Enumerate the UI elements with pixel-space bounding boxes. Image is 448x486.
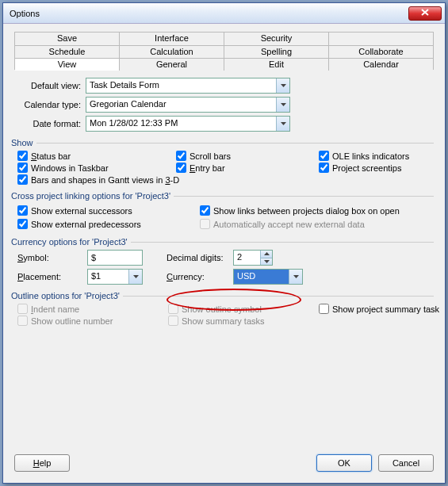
currency-group: Currency options for 'Project3': [14, 237, 434, 247]
calendar-type-combo[interactable]: Gregorian Calendar: [86, 97, 290, 113]
status-bar-check[interactable]: [17, 151, 28, 161]
decimal-value: 2: [234, 251, 260, 265]
cancel-button[interactable]: Cancel: [378, 454, 434, 472]
project-summary-check[interactable]: [319, 304, 329, 314]
outline-number-check: [17, 316, 28, 326]
tab-general[interactable]: General: [120, 59, 224, 71]
outline-group: Outline options for 'Project3': [14, 291, 434, 300]
tab-strip: Save Interface Security Schedule Calcula…: [14, 32, 434, 70]
chevron-down-icon[interactable]: [289, 270, 302, 284]
ext-succ-label: Show external successors: [31, 206, 132, 216]
currency-label: Currency:: [167, 272, 227, 281]
chevron-down-icon[interactable]: [276, 98, 289, 112]
links-dialog-check[interactable]: [200, 205, 210, 216]
ole-links-check[interactable]: [319, 151, 329, 161]
date-format-combo[interactable]: Mon 1/28/02 12:33 PM: [86, 116, 290, 132]
ext-pred-label: Show external predecessors: [31, 220, 141, 229]
placement-combo[interactable]: $1: [87, 269, 143, 285]
windows-taskbar-label: Windows in Taskbar: [31, 163, 109, 173]
entry-bar-label: Entry bar: [190, 163, 225, 173]
tab-security[interactable]: Security: [224, 33, 329, 45]
entry-bar-check[interactable]: [176, 163, 186, 173]
placement-value: $1: [88, 270, 128, 284]
bars-3d-check[interactable]: [17, 174, 28, 185]
auto-accept-label: Automatically accept new external data: [213, 220, 365, 229]
bars-3d-label: Bars and shapes in Gantt views in 3-D: [31, 175, 179, 185]
project-screentips-check[interactable]: [319, 163, 329, 173]
decimal-label: Decimal digits:: [167, 253, 227, 262]
spinner-up-icon[interactable]: [261, 251, 272, 258]
scroll-bars-check[interactable]: [176, 151, 186, 161]
default-view-value: Task Details Form: [86, 78, 276, 93]
placement-label: Placement:: [17, 272, 81, 281]
project-summary-label: Show project summary task: [332, 304, 439, 314]
calendar-type-value: Gregorian Calendar: [86, 98, 276, 112]
tab-view[interactable]: View: [15, 59, 120, 71]
links-dialog-label: Show links between projects dialog box o…: [213, 206, 400, 216]
ext-succ-check[interactable]: [17, 205, 28, 216]
currency-legend: Currency options for 'Project3': [11, 237, 131, 247]
tab-spelling[interactable]: Spelling: [224, 46, 329, 58]
decimal-spinner[interactable]: 2: [233, 250, 273, 266]
ok-button[interactable]: OK: [316, 454, 372, 472]
tab-schedule[interactable]: Schedule: [15, 46, 120, 58]
options-dialog: Options Save Interface Security Schedule…: [2, 2, 446, 484]
chevron-down-icon[interactable]: [128, 270, 142, 284]
outline-number-label: Show outline number: [31, 316, 113, 326]
indent-name-check: [17, 304, 28, 314]
spinner-down-icon[interactable]: [261, 258, 272, 266]
date-format-value: Mon 1/28/02 12:33 PM: [86, 117, 276, 131]
summary-tasks-label: Show summary tasks: [182, 316, 265, 326]
summary-tasks-check: [168, 316, 178, 326]
ole-links-label: OLE links indicators: [332, 151, 409, 161]
windows-taskbar-check[interactable]: [17, 163, 28, 173]
currency-value: USD: [234, 270, 289, 284]
tab-interface[interactable]: Interface: [120, 33, 224, 45]
default-view-label: Default view:: [14, 81, 86, 90]
ext-pred-check[interactable]: [17, 219, 28, 229]
tab-calendar[interactable]: Calendar: [329, 59, 433, 71]
auto-accept-check: [200, 219, 210, 229]
tab-edit[interactable]: Edit: [224, 59, 329, 71]
dialog-content: Save Interface Security Schedule Calcula…: [3, 24, 445, 483]
symbol-label: Symbol:: [17, 253, 81, 262]
outline-legend: Outline options for 'Project3': [11, 291, 123, 300]
cross-legend: Cross project linking options for 'Proje…: [11, 191, 174, 201]
outline-symbol-check: [168, 304, 178, 314]
help-button[interactable]: Help: [14, 454, 70, 472]
outline-symbol-label: Show outline symbol: [182, 304, 262, 314]
symbol-input[interactable]: [87, 250, 143, 266]
tab-calculation[interactable]: Calculation: [120, 46, 224, 58]
currency-combo[interactable]: USD: [233, 269, 303, 285]
default-view-combo[interactable]: Task Details Form: [86, 78, 290, 94]
status-bar-label: Status bar: [31, 151, 71, 161]
show-group: Show: [14, 138, 434, 147]
titlebar: Options: [3, 3, 445, 24]
tab-save[interactable]: Save: [15, 33, 120, 45]
chevron-down-icon[interactable]: [276, 117, 289, 131]
cross-group: Cross project linking options for 'Proje…: [14, 191, 434, 201]
window-title: Options: [10, 9, 408, 18]
button-bar: Help OK Cancel: [14, 454, 434, 472]
show-legend: Show: [11, 138, 36, 147]
chevron-down-icon[interactable]: [276, 78, 289, 93]
indent-name-label: Indent name: [31, 304, 79, 314]
date-format-label: Date format:: [14, 119, 86, 128]
tab-collaborate[interactable]: Collaborate: [329, 46, 433, 58]
close-button[interactable]: [408, 6, 442, 21]
scroll-bars-label: Scroll bars: [190, 151, 231, 161]
project-screentips-label: Project screentips: [332, 163, 401, 173]
calendar-type-label: Calendar type:: [14, 100, 86, 109]
